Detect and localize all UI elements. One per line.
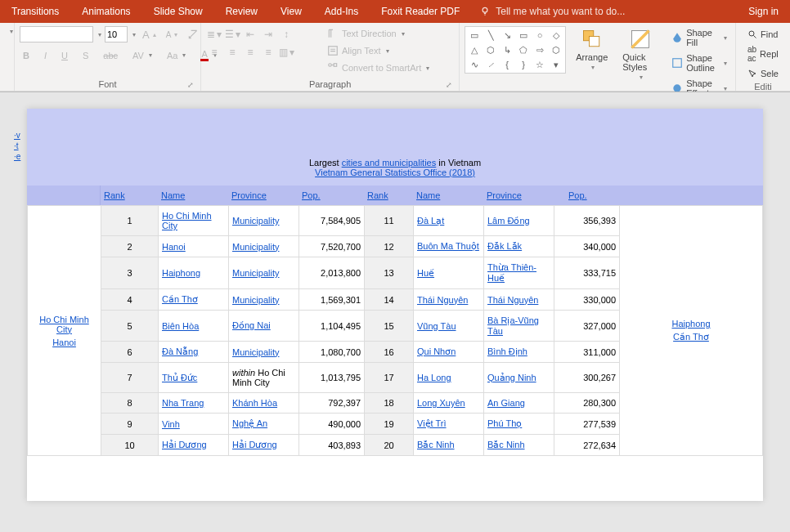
- cell-link[interactable]: Huế: [417, 268, 434, 278]
- sign-in-button[interactable]: Sign in: [737, 0, 790, 23]
- cell-link[interactable]: Quảng Ninh: [487, 373, 536, 382]
- cell-link[interactable]: Municipality: [232, 242, 279, 252]
- header-name[interactable]: Name: [161, 190, 185, 200]
- chevron-down-icon[interactable]: ▾: [132, 31, 136, 38]
- cell-link[interactable]: Thủ Đức: [162, 373, 197, 382]
- text-direction-button[interactable]: Text Direction▾: [324, 26, 433, 41]
- cell-link[interactable]: Qui Nhơn: [417, 346, 456, 356]
- cell-link[interactable]: Haiphong: [162, 268, 200, 278]
- cell-link[interactable]: Nha Trang: [162, 398, 204, 408]
- shapes-gallery[interactable]: ▭╲↘▭○◇ △⬡↳⬠⇨⬡ ∿⟋{}☆▾: [465, 26, 566, 74]
- cell-link[interactable]: Thừa Thiên-Huế: [487, 262, 536, 283]
- city-image-link[interactable]: Hanoi: [31, 338, 97, 347]
- cell-link[interactable]: Long Xuyên: [417, 398, 465, 408]
- ribbon-tab[interactable]: Slide Show: [142, 0, 214, 23]
- dialog-launcher-icon[interactable]: ⤢: [187, 81, 194, 89]
- cell-link[interactable]: Cần Thơ: [162, 294, 198, 304]
- city-image-link[interactable]: Cần Thơ: [623, 332, 759, 342]
- cell-link[interactable]: Municipality: [232, 268, 279, 278]
- header-pop2[interactable]: Pop.: [568, 190, 587, 200]
- select-button[interactable]: Sele: [744, 67, 782, 80]
- cell-link[interactable]: Bắc Ninh: [417, 440, 455, 449]
- textbox-shape-icon[interactable]: ▭: [467, 29, 482, 42]
- cell-link[interactable]: Đắk Lắk: [487, 241, 522, 251]
- cell-link[interactable]: Bắc Ninh: [487, 440, 525, 449]
- cell-link[interactable]: Municipality: [232, 216, 279, 226]
- clear-formatting-button[interactable]: [184, 27, 202, 42]
- slide[interactable]: ·v ·t ·e Largest cities and municipaliti…: [27, 109, 763, 501]
- cell-link[interactable]: Hải Dương: [232, 440, 277, 449]
- cell-link[interactable]: Hanoi: [162, 242, 186, 252]
- shadow-button[interactable]: S: [79, 49, 92, 62]
- cell-link[interactable]: Ha Long: [417, 373, 451, 382]
- cell-link[interactable]: Thái Nguyên: [487, 295, 538, 305]
- replace-button[interactable]: abacRepl: [744, 43, 782, 65]
- decrease-indent-button[interactable]: ⇤: [242, 26, 258, 42]
- ribbon-tab[interactable]: Transitions: [0, 0, 70, 23]
- chevron-down-icon[interactable]: ▾: [98, 31, 101, 38]
- align-left-button[interactable]: ≡: [206, 44, 222, 60]
- align-text-button[interactable]: Align Text▾: [324, 43, 433, 58]
- header-rank2[interactable]: Rank: [367, 190, 388, 200]
- template-v-link[interactable]: ·v: [14, 130, 20, 141]
- italic-button[interactable]: I: [41, 49, 50, 62]
- tell-me-search[interactable]: Tell me what you want to do...: [471, 6, 633, 17]
- underline-button[interactable]: U: [58, 49, 71, 62]
- cell-link[interactable]: Municipality: [232, 295, 279, 305]
- char-spacing-button[interactable]: AV▾: [129, 49, 155, 62]
- ribbon-tab[interactable]: Animations: [70, 0, 141, 23]
- cell-link[interactable]: Biên Hòa: [162, 321, 199, 331]
- cell-link[interactable]: Lâm Đồng: [487, 216, 530, 226]
- change-case-button[interactable]: Aa▾: [164, 49, 189, 62]
- quick-styles-button[interactable]: Quick Styles▾: [617, 26, 663, 83]
- align-center-button[interactable]: ≡: [224, 44, 240, 60]
- template-t-link[interactable]: ·t: [14, 141, 20, 151]
- shape-fill-button[interactable]: Shape Fill▾: [668, 26, 730, 49]
- increase-indent-button[interactable]: ⇥: [260, 26, 276, 42]
- city-image-link[interactable]: Haiphong: [623, 319, 759, 329]
- header-province2[interactable]: Province: [487, 190, 522, 200]
- header-name2[interactable]: Name: [416, 190, 440, 200]
- template-e-link[interactable]: ·e: [14, 151, 20, 162]
- font-name-input[interactable]: [20, 26, 93, 42]
- cell-link[interactable]: Khánh Hòa: [232, 398, 277, 408]
- cell-link[interactable]: Vũng Tàu: [417, 321, 456, 331]
- find-button[interactable]: Find: [744, 28, 782, 41]
- cell-link[interactable]: Hải Dương: [162, 440, 207, 449]
- line-spacing-button[interactable]: ↕: [278, 26, 294, 42]
- cell-link[interactable]: Phú Thọ: [487, 418, 522, 428]
- bold-button[interactable]: B: [20, 49, 33, 62]
- source-link[interactable]: Vietnam General Statistics Office (2018): [315, 168, 475, 177]
- cell-link[interactable]: Bình Định: [487, 346, 527, 356]
- ribbon-tab[interactable]: Review: [214, 0, 269, 23]
- dialog-launcher-icon[interactable]: ⤢: [446, 81, 452, 89]
- header-province[interactable]: Province: [231, 190, 267, 200]
- bullets-button[interactable]: ≣▾: [206, 26, 222, 42]
- cell-link[interactable]: Đà Lạt: [417, 216, 444, 226]
- cell-link[interactable]: An Giang: [487, 398, 525, 408]
- arrange-button[interactable]: Arrange▾: [571, 26, 613, 73]
- cell-link[interactable]: Bà Rịa-Vũng Tàu: [487, 315, 539, 336]
- city-image-link[interactable]: Ho Chi Minh City: [31, 315, 97, 334]
- header-rank[interactable]: Rank: [104, 190, 125, 200]
- convert-smartart-button[interactable]: Convert to SmartArt▾: [324, 60, 433, 75]
- font-size-input[interactable]: [105, 26, 128, 42]
- cell-link[interactable]: Buôn Ma Thuột: [417, 241, 479, 251]
- cell-link[interactable]: Đồng Nai: [232, 320, 271, 330]
- cell-link[interactable]: Đà Nẵng: [162, 346, 198, 356]
- header-pop[interactable]: Pop.: [302, 190, 321, 200]
- ribbon-tab[interactable]: Add-Ins: [313, 0, 370, 23]
- cell-link[interactable]: Ho Chi Minh City: [162, 211, 212, 230]
- cell-link[interactable]: Vinh: [162, 419, 180, 429]
- columns-button[interactable]: ▥▾: [278, 44, 294, 60]
- shape-outline-button[interactable]: Shape Outline▾: [668, 51, 730, 74]
- cities-link[interactable]: cities and municipalities: [342, 158, 437, 168]
- strike-button[interactable]: abc: [100, 49, 121, 62]
- justify-button[interactable]: ≡: [260, 44, 276, 60]
- numbering-button[interactable]: ☰▾: [224, 26, 240, 42]
- cell-link[interactable]: Municipality: [232, 347, 279, 357]
- shrink-font-button[interactable]: A▾: [163, 29, 182, 41]
- align-right-button[interactable]: ≡: [242, 44, 258, 60]
- cell-link[interactable]: Nghệ An: [232, 418, 267, 428]
- ribbon-tab[interactable]: View: [269, 0, 313, 23]
